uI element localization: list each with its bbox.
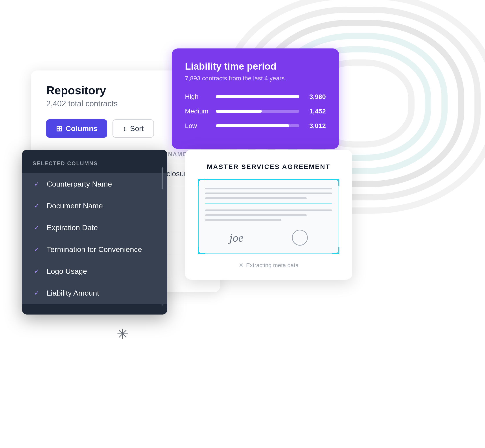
bar-fill-low bbox=[216, 124, 289, 127]
bar-value-medium: 1,452 bbox=[304, 107, 326, 115]
bar-label-medium: Medium bbox=[185, 107, 211, 115]
corner-br bbox=[332, 247, 339, 254]
corner-bl bbox=[198, 247, 205, 254]
liability-subtitle: 7,893 contracts from the last 4 years. bbox=[185, 75, 326, 82]
msa-document: joe bbox=[198, 179, 339, 254]
bar-fill-medium bbox=[216, 110, 262, 113]
msa-title: MASTER SERVICES AGREEMENT bbox=[198, 163, 339, 170]
bar-value-low: 3,012 bbox=[304, 122, 326, 129]
liability-title: Liability time period bbox=[185, 61, 326, 72]
columns-label: Columns bbox=[66, 124, 98, 133]
doc-line bbox=[205, 188, 332, 189]
check-icon: ✓ bbox=[32, 246, 40, 254]
check-icon: ✓ bbox=[32, 224, 40, 232]
columns-icon: ⊞ bbox=[56, 124, 62, 133]
column-item-document[interactable]: ✓ Document Name bbox=[22, 195, 167, 217]
corner-tr bbox=[332, 179, 339, 186]
bar-value-high: 3,980 bbox=[304, 93, 326, 100]
bar-row-high: High 3,980 bbox=[185, 93, 326, 100]
msa-card: MASTER SERVICES AGREEMENT joe ✳ Extracti… bbox=[185, 150, 352, 280]
column-item-counterparty[interactable]: ✓ Counterparty Name bbox=[22, 173, 167, 195]
column-label: Document Name bbox=[47, 201, 103, 210]
scroll-indicator bbox=[162, 168, 163, 306]
doc-line bbox=[205, 214, 307, 216]
check-icon: ✓ bbox=[32, 202, 40, 210]
column-label: Liability Amount bbox=[47, 289, 99, 297]
signature: joe bbox=[229, 231, 243, 244]
columns-button[interactable]: ⊞ Columns bbox=[46, 119, 107, 138]
dropdown-header: SELECTED COLUMNS bbox=[22, 160, 167, 173]
doc-line bbox=[205, 192, 332, 194]
bar-label-low: Low bbox=[185, 122, 211, 129]
bar-track-medium bbox=[216, 110, 299, 113]
column-item-logo[interactable]: ✓ Logo Usage bbox=[22, 260, 167, 282]
liability-card: Liability time period 7,893 contracts fr… bbox=[172, 48, 339, 149]
column-label: Expiration Date bbox=[47, 223, 98, 232]
column-label: Termination for Convenience bbox=[47, 245, 142, 254]
seal bbox=[292, 230, 308, 246]
columns-dropdown: SELECTED COLUMNS ✓ Counterparty Name ✓ D… bbox=[22, 150, 167, 314]
bar-row-medium: Medium 1,452 bbox=[185, 107, 326, 115]
check-icon: ✓ bbox=[32, 289, 40, 297]
column-item-expiration[interactable]: ✓ Expiration Date bbox=[22, 217, 167, 239]
column-item-liability[interactable]: ✓ Liability Amount bbox=[22, 282, 167, 304]
sort-button[interactable]: ↕ Sort bbox=[112, 119, 154, 138]
sparkle-decoration: ✳ bbox=[117, 326, 129, 342]
sort-label: Sort bbox=[130, 124, 144, 133]
bar-label-high: High bbox=[185, 93, 211, 100]
sort-icon: ↕ bbox=[123, 124, 126, 133]
check-icon: ✓ bbox=[32, 180, 40, 188]
doc-line bbox=[205, 209, 332, 211]
column-label: Logo Usage bbox=[47, 267, 87, 276]
column-item-termination[interactable]: ✓ Termination for Convenience bbox=[22, 239, 167, 260]
doc-bottom: joe bbox=[205, 228, 332, 246]
column-label: Counterparty Name bbox=[47, 180, 112, 188]
scroll-thumb bbox=[162, 168, 163, 189]
corner-tl bbox=[198, 179, 205, 186]
bar-fill-high bbox=[216, 95, 299, 98]
extracting-status: ✳ Extracting meta data bbox=[198, 262, 339, 269]
doc-line bbox=[205, 197, 307, 199]
bar-track-low bbox=[216, 124, 299, 127]
doc-line bbox=[205, 219, 281, 221]
doc-lines bbox=[205, 188, 332, 221]
doc-divider bbox=[205, 204, 332, 204]
extracting-label: Extracting meta data bbox=[246, 262, 298, 269]
check-icon: ✓ bbox=[32, 267, 40, 275]
bar-row-low: Low 3,012 bbox=[185, 122, 326, 129]
spinner-icon: ✳ bbox=[239, 262, 243, 269]
bar-track-high bbox=[216, 95, 299, 98]
